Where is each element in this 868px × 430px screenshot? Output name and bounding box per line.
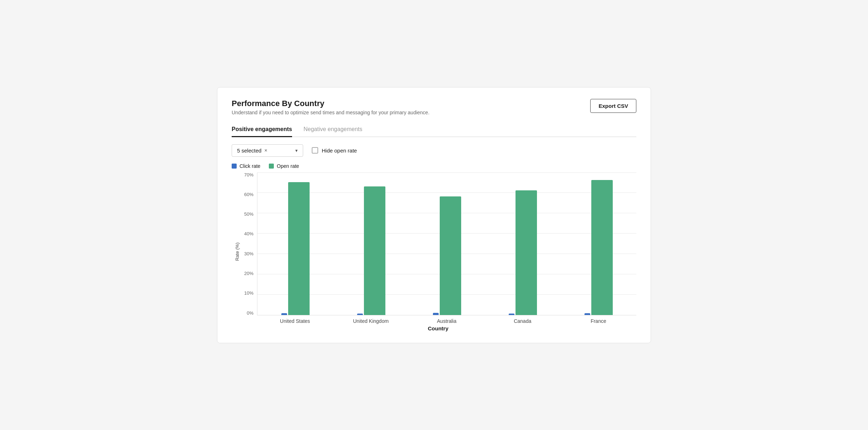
y-tick: 70% xyxy=(244,172,253,177)
y-tick: 10% xyxy=(244,291,253,295)
card-header: Performance By Country Understand if you… xyxy=(232,99,636,115)
x-label: Canada xyxy=(485,318,561,324)
y-tick: 0% xyxy=(247,311,253,315)
click-rate-bar xyxy=(281,313,287,315)
y-tick: 30% xyxy=(244,251,253,256)
dropdown-selected-label: 5 selected × xyxy=(237,148,292,154)
filter-controls: 5 selected × ▾ Hide open rate xyxy=(232,144,636,157)
dropdown-clear-button[interactable]: × xyxy=(264,148,267,153)
tab-positive-engagements[interactable]: Positive engagements xyxy=(232,122,292,137)
page-subtitle: Understand if you need to optimize send … xyxy=(232,110,429,115)
y-ticks: 0%10%20%30%40%50%60%70% xyxy=(240,172,257,315)
click-rate-label: Click rate xyxy=(240,163,260,169)
open-rate-bar xyxy=(288,182,310,315)
grid-line xyxy=(257,172,636,173)
chart-wrapper: Rate (%) 0%10%20%30%40%50%60%70% United … xyxy=(232,172,636,331)
y-tick: 50% xyxy=(244,212,253,216)
chevron-down-icon: ▾ xyxy=(295,148,298,153)
open-rate-color-swatch xyxy=(269,164,274,169)
chart-inner: 0%10%20%30%40%50%60%70% xyxy=(240,172,636,315)
x-label: Australia xyxy=(409,318,484,324)
country-dropdown[interactable]: 5 selected × ▾ xyxy=(232,144,303,157)
performance-by-country-card: Performance By Country Understand if you… xyxy=(217,87,651,343)
hide-open-rate-text: Hide open rate xyxy=(322,148,357,154)
bar-group xyxy=(485,190,561,315)
open-rate-bar xyxy=(364,186,385,315)
click-rate-bar xyxy=(509,314,514,315)
legend-click-rate: Click rate xyxy=(232,163,260,169)
x-labels: United StatesUnited KingdomAustraliaCana… xyxy=(257,318,636,324)
click-rate-color-swatch xyxy=(232,164,237,169)
hide-open-rate-checkbox[interactable] xyxy=(312,147,318,154)
open-rate-bar xyxy=(591,180,613,315)
bar-group xyxy=(333,186,409,315)
hide-open-rate-label[interactable]: Hide open rate xyxy=(312,147,357,154)
bar-group xyxy=(257,182,333,315)
open-rate-bar xyxy=(440,196,461,315)
y-tick: 60% xyxy=(244,192,253,197)
y-axis-label: Rate (%) xyxy=(232,242,240,261)
bars-container xyxy=(257,172,636,315)
export-csv-button[interactable]: Export CSV xyxy=(590,99,636,113)
chart-legend: Click rate Open rate xyxy=(232,163,636,169)
legend-open-rate: Open rate xyxy=(269,163,299,169)
x-label: United States xyxy=(257,318,333,324)
x-label: United Kingdom xyxy=(333,318,409,324)
chart-area: 0%10%20%30%40%50%60%70% United StatesUni… xyxy=(240,172,636,331)
tab-bar: Positive engagements Negative engagement… xyxy=(232,122,636,137)
x-axis-label: Country xyxy=(240,325,636,331)
click-rate-bar xyxy=(585,313,590,315)
bar-group xyxy=(561,180,636,315)
tab-negative-engagements[interactable]: Negative engagements xyxy=(304,122,363,137)
x-label: France xyxy=(561,318,636,324)
bar-group xyxy=(409,196,485,315)
click-rate-bar xyxy=(433,313,439,315)
title-block: Performance By Country Understand if you… xyxy=(232,99,429,115)
page-title: Performance By Country xyxy=(232,99,429,108)
y-tick: 20% xyxy=(244,271,253,276)
click-rate-bar xyxy=(357,314,363,315)
open-rate-bar xyxy=(516,190,537,315)
open-rate-label: Open rate xyxy=(277,163,299,169)
y-tick: 40% xyxy=(244,231,253,236)
